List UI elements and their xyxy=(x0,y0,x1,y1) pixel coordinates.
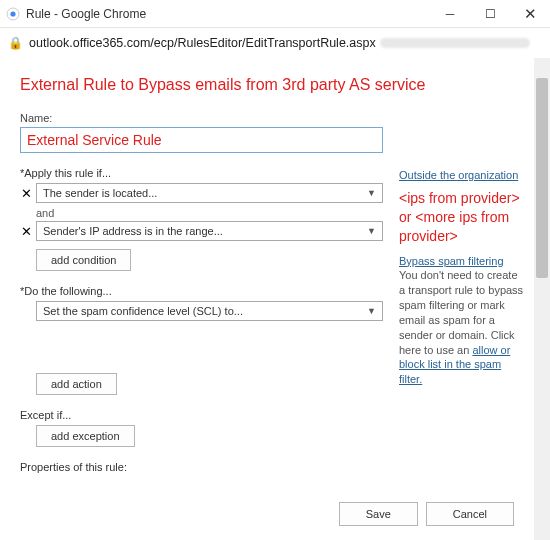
vertical-scrollbar[interactable] xyxy=(534,58,550,540)
do-following-label: *Do the following... xyxy=(20,285,383,297)
action-row-1: ✕ Set the spam confidence level (SCL) to… xyxy=(20,301,383,321)
except-if-label: Except if... xyxy=(20,409,383,421)
bypass-text: You don't need to create a transport rul… xyxy=(399,268,524,387)
action-1-dropdown[interactable]: Set the spam confidence level (SCL) to..… xyxy=(36,301,383,321)
ips-annotation: <ips from provider> or <more ips from pr… xyxy=(399,189,524,246)
remove-condition-icon[interactable]: ✕ xyxy=(20,187,32,200)
lock-icon: 🔒 xyxy=(8,36,23,50)
chevron-down-icon: ▼ xyxy=(367,188,376,198)
dialog-footer: Save Cancel xyxy=(20,494,524,534)
bypass-heading-link[interactable]: Bypass spam filtering xyxy=(399,255,504,267)
window-titlebar: Rule - Google Chrome ─ ☐ ✕ xyxy=(0,0,550,28)
scrollbar-thumb[interactable] xyxy=(536,78,548,278)
url-text[interactable]: outlook.office365.com/ecp/RulesEditor/Ed… xyxy=(29,36,376,50)
action-1-value: Set the spam confidence level (SCL) to..… xyxy=(43,305,243,317)
window-title: Rule - Google Chrome xyxy=(26,7,430,21)
condition-1-dropdown[interactable]: The sender is located... ▼ xyxy=(36,183,383,203)
condition-2-value: Sender's IP address is in the range... xyxy=(43,225,223,237)
url-query-blurred xyxy=(380,38,530,48)
close-button[interactable]: ✕ xyxy=(510,0,550,28)
svg-point-2 xyxy=(10,11,15,16)
maximize-button[interactable]: ☐ xyxy=(470,0,510,28)
cancel-button[interactable]: Cancel xyxy=(426,502,514,526)
minimize-button[interactable]: ─ xyxy=(430,0,470,28)
chevron-down-icon: ▼ xyxy=(367,306,376,316)
condition-2-dropdown[interactable]: Sender's IP address is in the range... ▼ xyxy=(36,221,383,241)
save-button[interactable]: Save xyxy=(339,502,418,526)
condition-1-value: The sender is located... xyxy=(43,187,157,199)
chevron-down-icon: ▼ xyxy=(367,226,376,236)
callout-title: External Rule to Bypass emails from 3rd … xyxy=(20,76,524,94)
and-label: and xyxy=(36,207,383,219)
add-condition-button[interactable]: add condition xyxy=(36,249,131,271)
properties-label: Properties of this rule: xyxy=(20,461,383,473)
left-column: Name: *Apply this rule if... ✕ The sende… xyxy=(20,112,383,494)
name-label: Name: xyxy=(20,112,383,124)
address-bar: 🔒 outlook.office365.com/ecp/RulesEditor/… xyxy=(0,28,550,58)
condition-row-2: ✕ Sender's IP address is in the range...… xyxy=(20,221,383,241)
app-icon xyxy=(6,7,20,21)
condition-row-1: ✕ The sender is located... ▼ xyxy=(20,183,383,203)
rule-name-input[interactable] xyxy=(20,127,383,153)
outside-org-link[interactable]: Outside the organization xyxy=(399,169,518,181)
add-exception-button[interactable]: add exception xyxy=(36,425,135,447)
apply-if-label: *Apply this rule if... xyxy=(20,167,383,179)
add-action-button[interactable]: add action xyxy=(36,373,117,395)
right-column: Outside the organization <ips from provi… xyxy=(399,112,524,494)
dialog-content: External Rule to Bypass emails from 3rd … xyxy=(0,58,534,540)
remove-condition-icon[interactable]: ✕ xyxy=(20,225,32,238)
